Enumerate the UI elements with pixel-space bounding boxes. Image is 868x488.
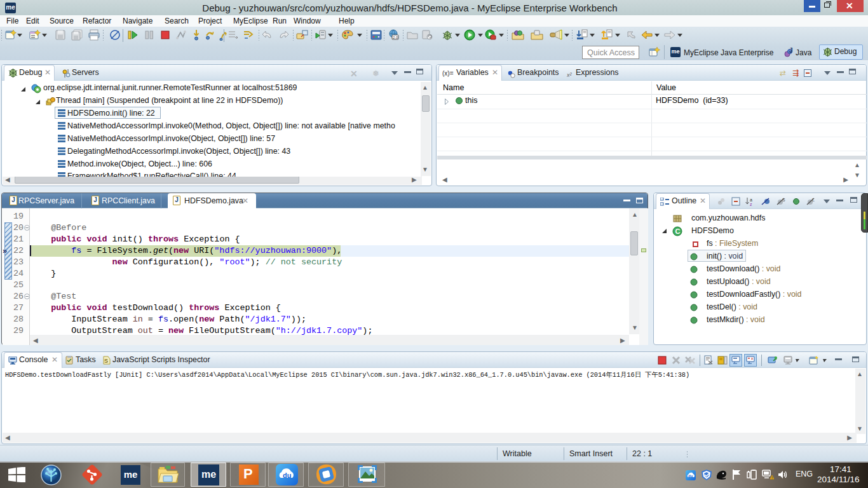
svg-text:a: a: [750, 198, 752, 202]
svg-text:z: z: [750, 202, 752, 206]
svg-text:du: du: [688, 474, 693, 478]
svg-text:C: C: [675, 227, 681, 235]
svg-text:2.0: 2.0: [393, 36, 398, 39]
svg-text:x²: x²: [567, 72, 573, 78]
svg-text:S: S: [104, 358, 108, 364]
svg-text:!: !: [771, 476, 773, 480]
svg-text:J: J: [789, 47, 793, 54]
svg-text:du: du: [283, 471, 291, 479]
